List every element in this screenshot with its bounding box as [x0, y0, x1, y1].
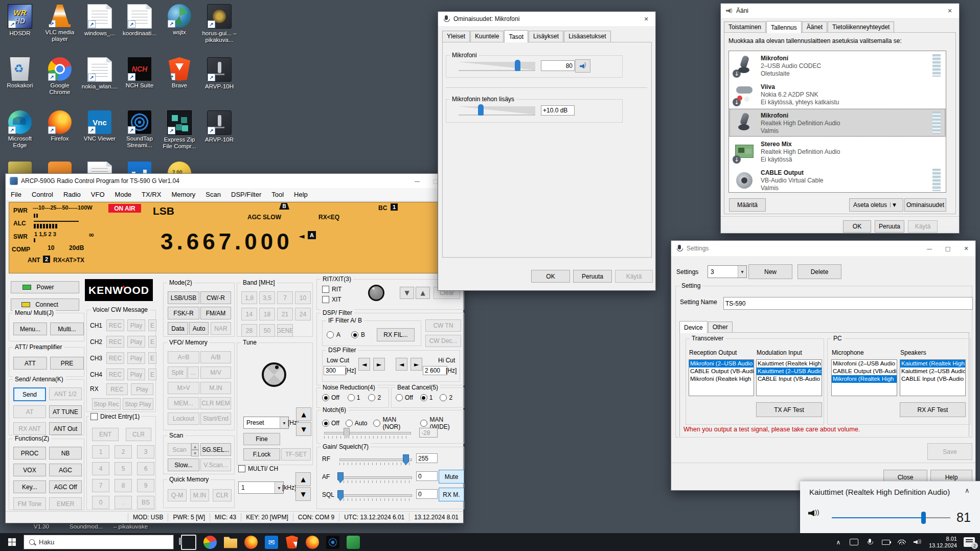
pc-microphone-list[interactable]: Mikrofoni (2–USB AudioCABLE Output (VB-A… [831, 359, 897, 396]
tab[interactable]: Toistaminen [724, 21, 766, 33]
send-antenna-button[interactable]: RX ANT [13, 422, 46, 435]
band-button[interactable]: GENE [277, 324, 293, 337]
volume-slider-track[interactable] [832, 517, 950, 518]
mic-properties-titlebar[interactable]: Ominaisuudet: Mikrofoni ✕ [438, 12, 655, 26]
band-button[interactable]: 10 [295, 291, 311, 304]
bc-option[interactable]: 1 [420, 394, 433, 401]
menu-item[interactable]: File [6, 191, 27, 198]
new-button[interactable]: New [748, 264, 792, 279]
cw-tn-button[interactable]: CW TN [425, 319, 461, 332]
save-button[interactable]: Save [927, 443, 972, 460]
vfo-button[interactable]: M/V [200, 366, 231, 379]
taskbar-search[interactable]: Haku [24, 535, 174, 549]
desktop-icon[interactable]: Brave [159, 55, 199, 108]
tab[interactable]: Lisäykset [529, 31, 563, 42]
speaker-icon[interactable] [808, 508, 818, 518]
desktop-icon[interactable]: windows_... [80, 2, 120, 55]
af-slider-track[interactable] [339, 476, 412, 479]
taskbar-app-icon[interactable] [285, 536, 299, 549]
taskbar-app-icon[interactable] [203, 536, 217, 549]
rit-knob[interactable] [368, 285, 384, 301]
nr-radio[interactable] [322, 394, 329, 401]
tune-up-button[interactable]: ▲ [296, 407, 311, 421]
xit-checkbox[interactable] [322, 296, 329, 303]
vfo-button[interactable]: ... [188, 366, 199, 379]
rf-slider-track[interactable] [339, 458, 412, 461]
stop-rec-button[interactable]: Stop Rec [92, 398, 121, 410]
numpad-key[interactable]: 6 [137, 462, 154, 475]
desktop-icon[interactable]: Firefox [40, 108, 80, 162]
pc-speakers-list[interactable]: Kaiuttimet (Realtek HighKaiuttimet (2–US… [900, 359, 966, 396]
menu-item[interactable]: TX/RX [136, 191, 166, 198]
numpad-key[interactable]: BS [137, 496, 154, 509]
tab[interactable]: Yleiset [442, 31, 470, 42]
mic-boost-slider-thumb[interactable] [478, 104, 484, 116]
taskbar-clock[interactable]: 8.01 13.12.2024 [929, 536, 957, 549]
nr-radio[interactable] [348, 394, 355, 401]
list-item[interactable]: Kaiuttimet (Realtek High [900, 360, 965, 368]
hi-cut-down-button[interactable]: ◄ [396, 358, 407, 371]
fine-button[interactable]: Fine [243, 433, 280, 445]
sound-titlebar[interactable]: Ääni ✕ [721, 4, 959, 18]
function-button[interactable]: Key... [13, 480, 46, 493]
arcp-titlebar[interactable]: ARCP-590G Radio Control Program for TS-5… [6, 174, 463, 188]
numpad-key[interactable]: 9 [137, 479, 154, 492]
desktop-icon[interactable]: nokia_wlan.... [80, 55, 120, 108]
multich-checkbox-row[interactable]: MULTI/ CH [238, 465, 278, 472]
mic-mute-speaker-button[interactable]: ) [575, 59, 590, 73]
desktop-icon[interactable]: VNC Viewer [80, 108, 120, 162]
bc-radio[interactable] [420, 394, 427, 401]
menu-multi-button[interactable]: Menu... [13, 323, 47, 335]
modulation-input-list[interactable]: Kaiuttimet (Realtek HighKaiuttimet (2–US… [756, 359, 822, 396]
tune-knob[interactable] [262, 362, 286, 387]
menu-item[interactable]: Scan [200, 191, 226, 198]
sql-slider-track[interactable] [339, 494, 412, 497]
notch-radio[interactable] [373, 420, 380, 427]
notch-option[interactable]: Off [322, 416, 339, 430]
vfo-button[interactable]: Lockout [168, 412, 199, 425]
function-button[interactable]: FM Tone [13, 497, 46, 510]
scan-spinner[interactable]: ▲▼ [191, 443, 199, 456]
notch-slider-track[interactable] [324, 432, 411, 434]
desktop-icon[interactable]: HDSDR [0, 2, 40, 55]
bc-radio[interactable] [440, 394, 447, 401]
mode-button[interactable]: FSK/-R [168, 307, 199, 319]
nr-option[interactable]: Off [322, 394, 339, 401]
tune-step-dropdown[interactable]: Preset [243, 417, 289, 429]
tray-icon[interactable] [865, 538, 875, 546]
numpad-key[interactable]: 8 [115, 479, 132, 492]
cancel-button[interactable]: Peruuta [875, 220, 904, 233]
desktop-icon[interactable]: VLC media player [40, 2, 80, 55]
notch-option[interactable]: MAN (NOR) [373, 416, 414, 430]
device-row[interactable]: ↓ Viiva Nokia 6.2 A2DP SNK Ei käytössä, … [729, 80, 946, 108]
direct-entry-checkbox-row[interactable]: Direct Entry(1) [89, 413, 141, 420]
taskbar-app-icon[interactable] [265, 536, 278, 549]
band-button[interactable]: 24 [295, 308, 311, 320]
scan-button[interactable]: Scan [168, 443, 191, 456]
att-pre-button[interactable]: ATT [13, 357, 47, 370]
desktop-icon[interactable]: Roskakori [0, 55, 40, 108]
mic-level-slider-thumb[interactable] [515, 60, 520, 71]
tx-af-test-button[interactable]: TX AF Test [756, 402, 822, 417]
vscan-button[interactable]: V.Scan... [200, 458, 231, 471]
list-item[interactable]: CABLE Output (VB-Audio [832, 368, 897, 375]
rit-up-button[interactable]: ▲ [416, 287, 430, 299]
list-item[interactable]: Mikrofoni (2–USB Audio [689, 360, 754, 368]
quick-memory-button[interactable]: Q-M [168, 489, 187, 501]
bc-option[interactable]: 2 [440, 394, 452, 401]
desktop-icon[interactable]: SoundTap Streami... [120, 108, 159, 162]
desktop-icon[interactable]: Google Chrome [40, 55, 80, 108]
rec-button[interactable]: REC [106, 369, 124, 380]
mode-button[interactable]: NAR [211, 322, 231, 335]
menu-item[interactable]: Mode [110, 191, 137, 198]
numpad-key[interactable]: . [115, 496, 132, 509]
hi-cut-up-button[interactable]: ► [411, 358, 422, 371]
edit-button[interactable]: E [148, 352, 156, 364]
nr-option[interactable]: 1 [348, 394, 360, 401]
menu-item[interactable]: Help [289, 191, 313, 198]
delete-button[interactable]: Delete [797, 264, 841, 279]
ok-button[interactable]: OK [843, 220, 871, 233]
rx-monitor-button[interactable]: RX M. [439, 488, 464, 501]
cw-dec-button[interactable]: CW Dec... [425, 335, 461, 347]
rx-rec-button[interactable]: REC [106, 383, 128, 395]
